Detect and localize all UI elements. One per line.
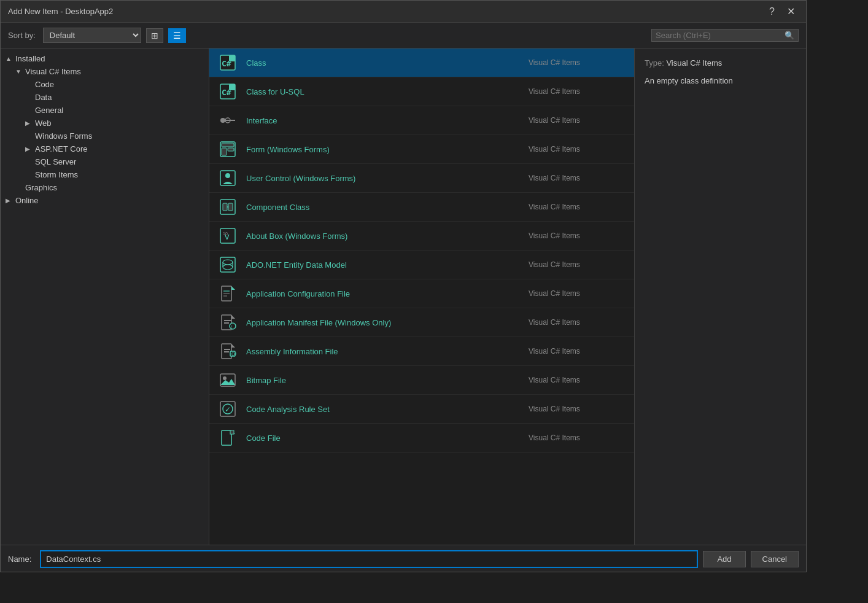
item-name-assembly-info: Assembly Information File (246, 347, 529, 356)
cancel-button[interactable]: Cancel (751, 551, 799, 567)
filename-input[interactable] (40, 550, 698, 568)
item-description: An empty class definition (645, 75, 796, 87)
list-item[interactable]: Form (Windows Forms)Visual C# Items (209, 135, 634, 164)
sidebar-item-storm-items[interactable]: Storm Items (1, 168, 209, 181)
sidebar-item-online[interactable]: ▶Online (1, 194, 209, 207)
item-icon-class: C# (217, 52, 239, 74)
tree-label-installed: Installed (15, 54, 204, 63)
item-category-component-class: Visual C# Items (529, 203, 627, 211)
item-name-app-config: Application Configuration File (246, 289, 529, 298)
item-name-interface: Interface (246, 116, 529, 125)
tree-label-general: General (35, 106, 204, 115)
type-value: Visual C# Items (666, 58, 722, 68)
svg-point-42 (223, 376, 227, 380)
sidebar-item-asp-net[interactable]: ▶ASP.NET Core (1, 142, 209, 155)
type-label: Type: (645, 58, 664, 68)
svg-text:10: 10 (223, 231, 228, 236)
item-category-app-config: Visual C# Items (529, 289, 627, 298)
tree-arrow-online: ▶ (6, 197, 15, 204)
search-input[interactable] (656, 31, 785, 40)
sidebar-item-web[interactable]: ▶Web (1, 117, 209, 130)
list-item[interactable]: User Control (Windows Forms)Visual C# It… (209, 164, 634, 193)
item-icon-ado-entity (217, 254, 239, 276)
item-category-interface: Visual C# Items (529, 116, 627, 125)
item-category-user-control: Visual C# Items (529, 174, 627, 182)
tree-label-asp-net: ASP.NET Core (35, 144, 204, 154)
list-view-button[interactable]: ☰ (168, 28, 186, 43)
tree-label-code: Code (35, 80, 204, 89)
list-item[interactable]: C# Class for U-SQLVisual C# Items (209, 77, 634, 106)
svg-text:C#: C# (231, 352, 236, 357)
item-icon-component-class (217, 196, 239, 218)
sort-dropdown[interactable]: Default (43, 28, 141, 43)
item-name-app-manifest: Application Manifest File (Windows Only) (246, 318, 529, 327)
list-item[interactable]: Application Configuration FileVisual C# … (209, 279, 634, 308)
sidebar-item-sql-server[interactable]: SQL Server (1, 155, 209, 168)
svg-text:!: ! (231, 324, 232, 330)
list-item[interactable]: ! Application Manifest File (Windows Onl… (209, 308, 634, 337)
item-list: C# ClassVisual C# Items C# Class for U-S… (209, 49, 634, 545)
item-name-bitmap: Bitmap File (246, 376, 529, 385)
item-name-class: Class (246, 58, 529, 68)
item-icon-form-winforms (217, 138, 239, 160)
item-category-class: Visual C# Items (529, 58, 627, 67)
tree-label-visual-csharp: Visual C# Items (25, 67, 204, 76)
list-item[interactable]: Component ClassVisual C# Items (209, 193, 634, 222)
item-category-bitmap: Visual C# Items (529, 376, 627, 384)
item-icon-about-box: v 10 (217, 225, 239, 247)
item-category-app-manifest: Visual C# Items (529, 318, 627, 327)
list-item[interactable]: C# ClassVisual C# Items (209, 49, 634, 77)
tree-arrow-installed: ▲ (6, 55, 15, 62)
tree-label-graphics: Graphics (25, 183, 204, 192)
item-icon-bitmap (217, 369, 239, 391)
item-name-class-usql: Class for U-SQL (246, 87, 529, 96)
add-button[interactable]: Add (703, 551, 745, 567)
tree-label-sql-server: SQL Server (35, 157, 204, 166)
item-icon-code-analysis: ✓ (217, 398, 239, 420)
svg-rect-11 (222, 148, 227, 155)
sidebar-item-general[interactable]: General (1, 104, 209, 117)
svg-rect-12 (228, 148, 234, 151)
list-item[interactable]: InterfaceVisual C# Items (209, 106, 634, 135)
sidebar-item-installed[interactable]: ▲Installed (1, 52, 209, 65)
item-icon-class-usql: C# (217, 80, 239, 103)
svg-rect-39 (224, 349, 230, 350)
list-item[interactable]: ✓ Code Analysis Rule SetVisual C# Items (209, 395, 634, 424)
svg-rect-17 (228, 203, 233, 211)
item-icon-interface (217, 109, 239, 131)
list-item[interactable]: C# Assembly Information FileVisual C# It… (209, 337, 634, 366)
svg-rect-40 (224, 351, 229, 352)
tree-arrow-asp-net: ▶ (25, 146, 35, 152)
sort-label: Sort by: (8, 31, 36, 40)
tree-label-windows-forms: Windows Forms (35, 131, 204, 141)
item-category-about-box: Visual C# Items (529, 231, 627, 240)
tree-label-web: Web (35, 119, 204, 128)
tree-arrow-web: ▶ (25, 120, 35, 126)
item-category-assembly-info: Visual C# Items (529, 347, 627, 356)
item-icon-app-manifest: ! (217, 311, 239, 333)
svg-rect-2 (229, 55, 235, 61)
list-item[interactable]: v 10 About Box (Windows Forms)Visual C# … (209, 222, 634, 251)
item-name-component-class: Component Class (246, 203, 529, 212)
item-category-class-usql: Visual C# Items (529, 87, 627, 96)
item-name-user-control: User Control (Windows Forms) (246, 174, 529, 183)
tree-label-online: Online (15, 196, 204, 205)
tree-label-data: Data (35, 93, 204, 102)
sidebar-item-code[interactable]: Code (1, 78, 209, 91)
sidebar-item-data[interactable]: Data (1, 91, 209, 104)
sidebar-item-windows-forms[interactable]: Windows Forms (1, 130, 209, 142)
item-category-form-winforms: Visual C# Items (529, 145, 627, 154)
grid-view-button[interactable]: ⊞ (146, 28, 163, 43)
search-box: 🔍 (651, 29, 799, 42)
help-button[interactable]: ? (765, 4, 778, 18)
list-item[interactable]: Bitmap FileVisual C# Items (209, 366, 634, 395)
close-button[interactable]: ✕ (783, 4, 799, 18)
item-name-code-file: Code File (246, 434, 529, 443)
svg-rect-5 (229, 84, 235, 90)
sidebar-item-visual-csharp[interactable]: ▼Visual C# Items (1, 65, 209, 78)
list-item[interactable]: Code FileVisual C# Items (209, 424, 634, 453)
sidebar-item-graphics[interactable]: Graphics (1, 181, 209, 194)
dialog-title: Add New Item - DesktopApp2 (8, 7, 113, 16)
list-item[interactable]: ADO.NET Entity Data ModelVisual C# Items (209, 251, 634, 279)
svg-rect-32 (224, 320, 231, 321)
